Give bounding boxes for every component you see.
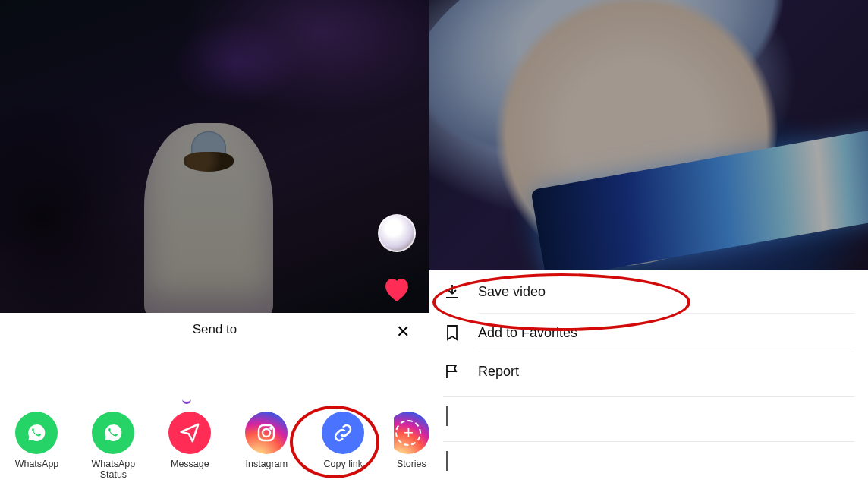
- stories-icon: +: [394, 412, 429, 454]
- context-menu: Save video Add to Favorites Report: [429, 270, 868, 486]
- share-target-message[interactable]: Message: [164, 412, 216, 469]
- share-targets-row: WhatsApp WhatsApp Status Message Instagr…: [0, 412, 429, 480]
- share-target-whatsapp-status[interactable]: WhatsApp Status: [87, 412, 140, 480]
- close-icon: ✕: [396, 322, 410, 341]
- share-target-copy-link[interactable]: Copy link: [317, 412, 370, 469]
- video-preview-left[interactable]: [0, 0, 429, 313]
- menu-label: Add to Favorites: [478, 325, 577, 341]
- share-target-stories[interactable]: + Stories: [394, 412, 429, 469]
- section-divider: [443, 396, 854, 397]
- whatsapp-icon: [15, 412, 58, 454]
- share-label: WhatsApp: [15, 459, 59, 469]
- menu-label: Save video: [478, 284, 546, 300]
- decorative-mark: [182, 396, 191, 404]
- left-screenshot: Send to ✕ WhatsApp WhatsApp Status: [0, 0, 429, 486]
- cursor-stub: [446, 451, 448, 471]
- heart-icon: [381, 273, 413, 305]
- menu-item-report[interactable]: Report: [443, 352, 854, 390]
- right-screenshot: Save video Add to Favorites Report: [429, 0, 868, 486]
- download-icon: [443, 282, 461, 301]
- svg-point-2: [270, 427, 272, 429]
- menu-item-add-favorites[interactable]: Add to Favorites: [443, 314, 854, 352]
- instagram-icon: [245, 412, 288, 454]
- bookmark-icon: [443, 323, 461, 342]
- plus-icon: +: [395, 420, 421, 446]
- menu-label: Report: [478, 364, 519, 380]
- share-label: WhatsApp Status: [87, 459, 140, 480]
- share-label: Instagram: [245, 459, 288, 469]
- menu-item-save-video[interactable]: Save video: [443, 270, 854, 313]
- share-label: Message: [171, 459, 209, 469]
- share-sheet-title: Send to: [0, 322, 429, 345]
- dim-overlay: [0, 0, 429, 313]
- svg-point-1: [263, 429, 270, 437]
- author-avatar[interactable]: [378, 214, 416, 252]
- share-target-instagram[interactable]: Instagram: [241, 412, 293, 469]
- share-label: Copy link: [324, 459, 363, 469]
- share-label: Stories: [397, 459, 426, 469]
- copy-link-icon: [322, 412, 364, 454]
- flag-icon: [443, 362, 461, 380]
- whatsapp-status-icon: [92, 412, 134, 454]
- cursor-stub: [446, 406, 448, 426]
- share-sheet: Send to ✕ WhatsApp WhatsApp Status: [0, 313, 429, 486]
- video-preview-right[interactable]: [429, 0, 868, 270]
- like-button[interactable]: [381, 273, 413, 305]
- share-target-whatsapp[interactable]: WhatsApp: [11, 412, 63, 469]
- close-button[interactable]: ✕: [396, 323, 410, 340]
- dim-overlay: [429, 0, 868, 270]
- section-divider: [443, 441, 854, 442]
- message-icon: [168, 412, 211, 454]
